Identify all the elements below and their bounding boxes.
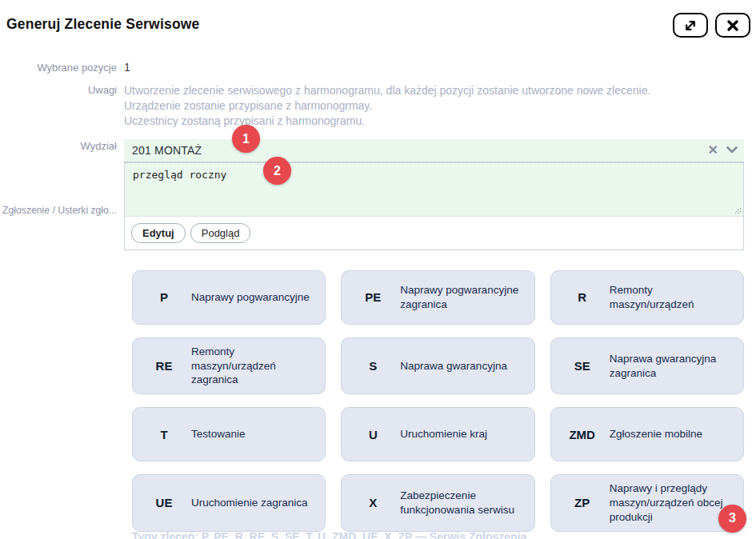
notes-line: Uczestnicy zostaną przypisani z harmonog… [124,114,744,129]
close-button[interactable] [715,13,750,38]
order-type-code: ZP [562,496,602,509]
expand-button[interactable] [673,13,708,38]
department-label: Wydział [0,139,124,162]
chevron-down-icon[interactable] [726,146,738,154]
order-type-code: ZMD [562,428,602,441]
notes-line: Utworzenie zlecenie serwisowego z harmon… [124,83,744,98]
selected-items-row: Wybrane pozycje 1 [0,61,756,76]
report-textarea[interactable]: przegląd roczny [125,163,743,216]
generate-service-order-dialog: Generuj Zlecenie Serwisowe Wybrane pozyc… [0,0,756,539]
order-type-name: Naprawy pogwarancyjne [191,290,310,305]
order-type-name: Uruchomienie zagranica [191,496,308,510]
order-type-grid: P Naprawy pogwarancyjne PE Naprawy pogwa… [132,270,744,532]
order-type-name: Uruchomienie kraj [400,427,487,441]
page-title: Generuj Zlecenie Serwisowe [6,16,750,33]
order-type-card-p[interactable]: P Naprawy pogwarancyjne [132,270,326,325]
step-badge-1: 1 [232,125,260,153]
order-type-card-zp[interactable]: ZP Naprawy i przeglądy maszyn/urządzeń o… [550,474,744,531]
department-select[interactable]: 201 MONTAŻ ✕ [124,139,744,162]
step-badge-3: 3 [718,505,746,533]
order-type-name: Naprawy i przeglądy maszyn/urządzeń obce… [610,481,734,524]
order-type-name: Testowanie [191,427,246,441]
order-type-code: X [353,496,393,509]
order-type-card-r[interactable]: R Remonty maszyn/urządzeń [550,270,744,325]
order-type-code: SE [562,359,602,373]
department-selected-value: 201 MONTAŻ [132,144,708,157]
close-icon [726,18,740,33]
notes-label: Uwagi [0,83,124,130]
order-type-name: Naprawa gwarancyjna zagranica [610,352,734,381]
order-type-code: RE [144,359,184,373]
order-type-name: Remonty maszyn/urządzeń [610,283,734,312]
order-type-card-zmd[interactable]: ZMD Zgłoszenie mobilne [550,407,744,461]
report-label: Zgłoszenie / Usterki zgło... [0,204,124,218]
selected-items-label: Wybrane pozycje [0,61,124,76]
order-type-name: Naprawy pogwarancyjne zagranica [400,283,524,312]
notes-row: Uwagi Utworzenie zlecenie serwisowego z … [0,83,756,130]
department-row: Wydział 201 MONTAŻ ✕ [0,139,756,162]
notes-text: Utworzenie zlecenie serwisowego z harmon… [124,83,744,130]
order-type-card-ue[interactable]: UE Uruchomienie zagranica [132,474,326,531]
order-type-code: T [144,428,184,441]
clear-icon[interactable]: ✕ [708,144,718,157]
edit-button[interactable]: Edytuj [131,223,186,243]
report-editor: przegląd roczny Edytuj Podgląd [124,162,744,250]
order-type-code: UE [144,496,184,509]
order-type-card-t[interactable]: T Testowanie [132,407,326,461]
order-type-name: Naprawa gwarancyjna [400,359,507,373]
window-controls [673,13,750,38]
order-type-card-u[interactable]: U Uruchomienie kraj [341,407,534,461]
order-type-code: PE [353,290,393,304]
order-type-card-se[interactable]: SE Naprawa gwarancyjna zagranica [550,337,744,394]
step-badge-2: 2 [263,157,291,185]
dialog-header: Generuj Zlecenie Serwisowe [0,0,756,40]
order-type-code: R [562,290,602,304]
selected-items-value: 1 [124,61,744,76]
order-type-card-x[interactable]: X Zabezpieczenie funkcjonowania serwisu [341,474,534,531]
order-form: Wybrane pozycje 1 Uwagi Utworzenie zlece… [0,61,756,250]
order-type-code: U [353,428,393,441]
order-type-code: P [144,290,184,304]
order-type-card-re[interactable]: RE Remonty maszyn/urządzeń zagranica [132,337,326,394]
preview-button[interactable]: Podgląd [190,223,251,243]
order-type-card-pe[interactable]: PE Naprawy pogwarancyjne zagranica [341,270,534,325]
editor-toolbar: Edytuj Podgląd [125,217,743,250]
resize-handle-icon[interactable] [734,207,742,214]
expand-icon [682,18,698,34]
order-type-card-s[interactable]: S Naprawa gwarancyjna [341,337,534,394]
notes-line: Urządzenie zostanie przypisane z harmono… [124,98,744,114]
clipped-footer-text: Typy zleceń: P, PE, R, RE, S, SE, T, U, … [132,530,592,539]
order-type-name: Zabezpieczenie funkcjonowania serwisu [400,489,524,517]
order-type-name: Zgłoszenie mobilne [610,427,702,441]
report-row: Zgłoszenie / Usterki zgło... przegląd ro… [0,162,756,250]
order-type-name: Remonty maszyn/urządzeń zagranica [191,345,315,387]
order-type-code: S [353,359,393,373]
